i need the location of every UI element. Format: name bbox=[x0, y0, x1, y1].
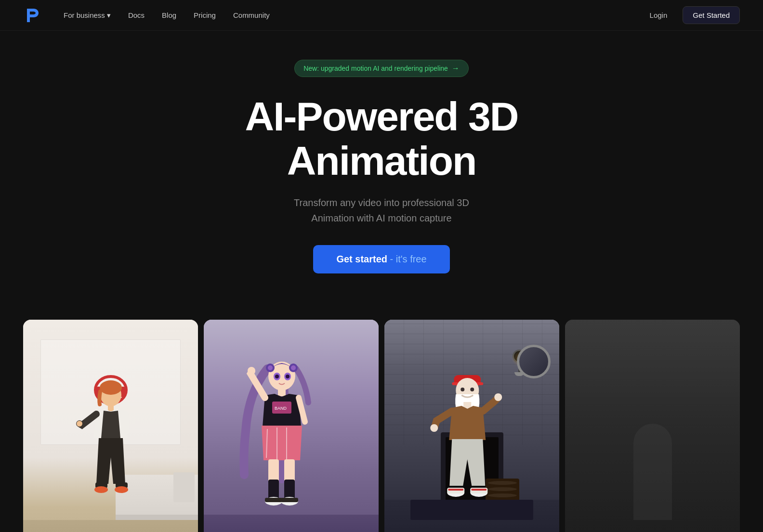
svg-rect-34 bbox=[281, 498, 298, 502]
nav-links: For business ▾ Docs Blog Pricing Communi… bbox=[56, 7, 277, 24]
card3-background bbox=[384, 320, 559, 532]
logo[interactable] bbox=[23, 7, 40, 24]
nav-pricing[interactable]: Pricing bbox=[186, 7, 224, 23]
hero-subtitle: Transform any video into professional 3D… bbox=[294, 195, 469, 226]
dark-figure-hint bbox=[633, 424, 672, 520]
svg-rect-33 bbox=[265, 498, 282, 502]
svg-rect-48 bbox=[448, 489, 463, 491]
svg-point-40 bbox=[470, 388, 474, 391]
svg-point-9 bbox=[94, 486, 108, 493]
dancing-figure-1 bbox=[70, 368, 152, 527]
get-started-nav-button[interactable]: Get Started bbox=[683, 6, 740, 24]
chevron-down-icon: ▾ bbox=[107, 11, 111, 20]
video-cards-section: BAND bbox=[0, 320, 763, 532]
svg-point-4 bbox=[100, 380, 122, 395]
get-started-hero-button[interactable]: Get started - it's free bbox=[313, 245, 449, 273]
hero-section: New: upgraded motion AI and rendering pi… bbox=[0, 31, 763, 320]
svg-point-14 bbox=[268, 365, 273, 370]
logo-icon bbox=[23, 7, 40, 24]
arrow-icon: → bbox=[452, 64, 460, 73]
anime-figure: BAND bbox=[234, 354, 330, 532]
navbar: For business ▾ Docs Blog Pricing Communi… bbox=[0, 0, 763, 31]
svg-point-42 bbox=[430, 424, 438, 432]
announcement-badge[interactable]: New: upgraded motion AI and rendering pi… bbox=[294, 60, 469, 77]
nav-community[interactable]: Community bbox=[225, 7, 277, 23]
hero-title: AI-Powered 3D Animation bbox=[165, 94, 598, 183]
svg-rect-49 bbox=[471, 489, 487, 491]
svg-point-10 bbox=[115, 486, 128, 493]
nav-left: For business ▾ Docs Blog Pricing Communi… bbox=[23, 7, 277, 24]
dancing-figure-3 bbox=[423, 365, 512, 515]
svg-rect-5 bbox=[108, 405, 114, 411]
svg-point-6 bbox=[77, 421, 82, 427]
svg-text:BAND: BAND bbox=[275, 406, 287, 411]
card2-background: BAND bbox=[204, 320, 379, 532]
video-card-2[interactable]: BAND bbox=[204, 320, 379, 532]
login-button[interactable]: Login bbox=[640, 7, 677, 23]
svg-point-23 bbox=[248, 367, 255, 375]
announcement-text: New: upgraded motion AI and rendering pi… bbox=[303, 65, 448, 72]
card1-background bbox=[23, 320, 198, 532]
card4-background bbox=[565, 320, 740, 532]
svg-point-18 bbox=[275, 375, 279, 378]
nav-right: Login Get Started bbox=[640, 6, 740, 24]
video-card-4[interactable] bbox=[565, 320, 740, 532]
svg-rect-20 bbox=[278, 389, 286, 396]
nav-for-business[interactable]: For business ▾ bbox=[56, 7, 118, 24]
video-card-3[interactable] bbox=[384, 320, 559, 532]
svg-point-19 bbox=[286, 375, 289, 378]
svg-point-39 bbox=[460, 388, 464, 391]
svg-point-43 bbox=[494, 393, 502, 401]
couch-pillow bbox=[173, 472, 195, 502]
mirror bbox=[517, 345, 551, 378]
svg-point-15 bbox=[291, 365, 296, 370]
nav-docs[interactable]: Docs bbox=[120, 7, 152, 23]
nav-blog[interactable]: Blog bbox=[154, 7, 184, 23]
video-card-1[interactable] bbox=[23, 320, 198, 532]
